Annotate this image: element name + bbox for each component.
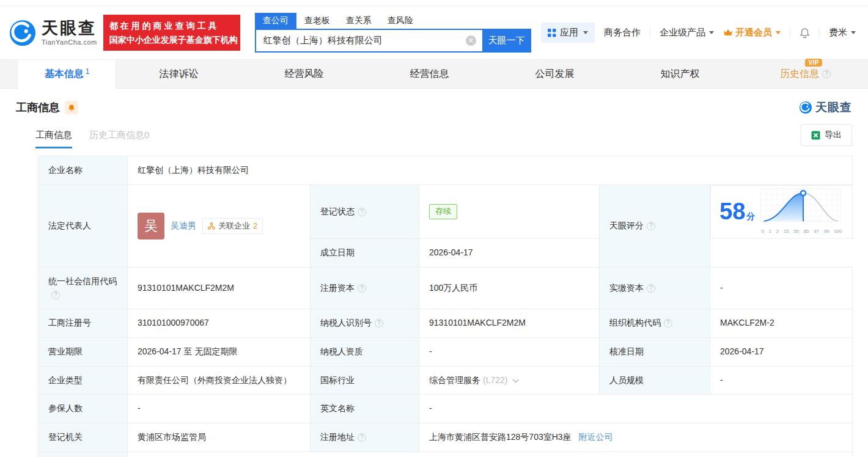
cooperation-label: 商务合作 (604, 27, 641, 38)
nav-item-enterprise[interactable]: 企业级产品 (660, 27, 714, 38)
legal-rep-label: 法定代表人 (39, 185, 128, 267)
tab-legal-litigation[interactable]: 法律诉讼 (116, 60, 241, 88)
export-label: 导出 (825, 130, 842, 141)
help-icon[interactable] (375, 319, 383, 327)
tianyancha-watermark: 天眼查 (799, 100, 852, 115)
tianyancha-eye-icon (799, 101, 812, 114)
export-button[interactable]: 导出 (801, 124, 852, 146)
tab-intellectual-property[interactable]: 知识产权 (617, 60, 743, 88)
reg-capital-label: 注册资本 (311, 267, 419, 309)
excel-icon (811, 131, 820, 140)
est-date-value: 2026-04-17 (419, 239, 600, 268)
tab-count-badge: 1 (86, 67, 90, 76)
nearby-companies-link[interactable]: 附近公司 (579, 432, 613, 442)
nav-divider (790, 28, 790, 37)
chevron-down-icon (851, 31, 856, 34)
promo-line2: 国家中小企业发展子基金旗下机构 (109, 33, 234, 46)
help-icon[interactable] (822, 70, 831, 78)
tab-company-development[interactable]: 公司发展 (492, 60, 617, 88)
tianyancha-logo[interactable]: 天眼查 TianYanCha.com (9, 19, 97, 47)
approve-date-label: 核准日期 (600, 338, 710, 367)
search-button[interactable]: 天眼一下 (482, 29, 531, 53)
username-label: 费米 (829, 27, 847, 38)
business-info-table: 企业名称 红擎创（上海）科技有限公司 法定代表人 吴 吴迪男 关联企业 2 (38, 156, 853, 457)
tab-label: 经营信息 (410, 68, 449, 81)
clear-search-icon[interactable] (466, 35, 476, 46)
enterprise-label: 企业级产品 (660, 27, 705, 38)
tab-history-info[interactable]: 历史信息 VIP (743, 60, 868, 88)
logo-title: 天眼查 (42, 20, 97, 37)
english-name-value: - (419, 395, 853, 423)
related-companies-badge[interactable]: 关联企业 2 (202, 218, 263, 234)
reg-no-value: 310101000970067 (128, 309, 311, 338)
table-row: 登记机关 黄浦区市场监管局 注册地址 上海市黄浦区普安路128号703室H3座 … (39, 423, 853, 452)
tab-operation-risk[interactable]: 经营风险 (241, 60, 367, 88)
vip-label: 开通会员 (735, 27, 772, 38)
apps-menu-button[interactable]: 应用 (541, 23, 595, 43)
subtab-history-business-info[interactable]: 历史工商信息0 (89, 130, 149, 148)
org-code-value: MAKCLF2M-2 (710, 309, 853, 338)
authority-value: 黄浦区市场监管局 (128, 423, 311, 452)
score-value: 58 (719, 199, 745, 224)
search-area: 查公司 查老板 查关系 查风险 天眼一下 (255, 13, 531, 53)
table-row: 工商注册号 310101000970067 纳税人识别号 91310101MAK… (39, 309, 853, 338)
search-tab-risk[interactable]: 查风险 (380, 13, 421, 29)
paid-capital-value: - (710, 267, 853, 309)
reg-no-label: 工商注册号 (39, 309, 128, 338)
help-icon[interactable] (647, 284, 655, 293)
notifications-bell-icon[interactable] (800, 27, 810, 38)
user-menu[interactable]: 费米 (829, 27, 856, 38)
nav-item-cooperation[interactable]: 商务合作 (604, 27, 641, 38)
search-tab-company[interactable]: 查公司 (255, 13, 296, 29)
subtab-business-info[interactable]: 工商信息 (35, 130, 72, 148)
authority-label: 登记机关 (39, 423, 128, 452)
tab-basic-info[interactable]: 基本信息 1 (18, 60, 116, 89)
chevron-down-icon (709, 31, 714, 34)
table-row: 营业期限 2026-04-17 至 无固定期限 纳税人资质 - 核准日期 202… (39, 338, 853, 367)
paid-capital-label: 实缴资本 (600, 267, 710, 309)
apps-grid-icon (548, 29, 556, 37)
promo-banner: 都在用的商业查询工具 国家中小企业发展子基金旗下机构 (103, 15, 240, 51)
insured-value: - (128, 395, 311, 423)
status-badge: 存续 (429, 204, 457, 219)
score-label: 天眼评分 (600, 185, 710, 267)
section-header: 工商信息 天眼查 (0, 89, 868, 123)
help-icon[interactable] (664, 319, 672, 327)
score-cell[interactable]: 58分 (710, 185, 853, 239)
help-icon[interactable] (358, 284, 366, 293)
legal-rep-name-link[interactable]: 吴迪男 (171, 219, 196, 233)
tab-operation-info[interactable]: 经营信息 (367, 60, 492, 88)
reg-status-value: 存续 (419, 185, 600, 239)
legal-rep-avatar[interactable]: 吴 (138, 213, 164, 239)
address-value: 上海市黄浦区普安路128号703室H3座 附近公司 (419, 423, 853, 452)
industry-name: 综合管理服务 (429, 375, 480, 385)
table-row: 企业名称 红擎创（上海）科技有限公司 (39, 156, 853, 185)
search-tab-boss[interactable]: 查老板 (296, 13, 338, 29)
score-bell-curve-chart: 0131550859799100 (760, 188, 844, 236)
tianyancha-eye-icon (9, 19, 37, 47)
company-name-value: 红擎创（上海）科技有限公司 (128, 156, 853, 185)
tab-label: 经营风险 (285, 68, 324, 81)
help-icon[interactable] (358, 208, 366, 216)
search-tab-relation[interactable]: 查关系 (338, 13, 380, 29)
monitor-bell-icon[interactable] (65, 101, 78, 114)
help-icon[interactable] (51, 291, 60, 299)
site-header: 天眼查 TianYanCha.com 都在用的商业查询工具 国家中小企业发展子基… (0, 6, 868, 59)
search-input[interactable] (255, 29, 482, 53)
chevron-down-icon[interactable] (513, 376, 519, 382)
crown-icon (723, 29, 733, 37)
logo-subtitle: TianYanCha.com (42, 38, 97, 46)
promo-line1: 都在用的商业查询工具 (109, 19, 234, 32)
credit-code-value: 91310101MAKCLF2M2M (128, 267, 311, 309)
english-name-label: 英文名称 (311, 395, 419, 423)
table-row: 参保人数 - 英文名称 - (39, 395, 853, 423)
nav-item-vip[interactable]: 开通会员 (723, 27, 781, 38)
tab-label: 基本信息 (45, 68, 84, 81)
industry-value[interactable]: 综合管理服务(L722) (419, 366, 600, 395)
reg-status-label: 登记状态 (311, 185, 419, 239)
score-axis-labels: 0131550859799100 (762, 228, 842, 235)
chevron-down-icon (776, 31, 781, 34)
staff-size-label: 人员规模 (600, 366, 710, 395)
help-icon[interactable] (647, 222, 655, 230)
help-icon[interactable] (358, 433, 366, 442)
